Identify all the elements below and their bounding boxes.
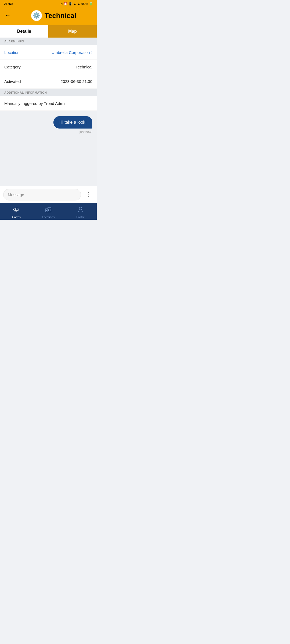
alarm-info-section-header: ALARM INFO xyxy=(0,38,97,45)
more-options-button[interactable]: ⋮ xyxy=(83,190,93,199)
location-value[interactable]: Umbrella Corporation › xyxy=(52,50,92,55)
locations-nav-icon xyxy=(45,206,52,215)
status-time: 21:40 xyxy=(4,2,13,6)
page-title: Technical xyxy=(45,12,76,20)
tab-details[interactable]: Details xyxy=(0,25,48,38)
svg-rect-7 xyxy=(50,209,50,210)
activated-row: Activated 2023-06-30 21.30 xyxy=(0,74,97,89)
back-button[interactable]: ← xyxy=(4,11,12,20)
gear-icon: ⚙️ xyxy=(33,12,40,19)
status-icons: N ⏰ 📳 ▲ ▲ 95 % 🔋 xyxy=(60,2,93,6)
svg-rect-5 xyxy=(46,210,47,211)
svg-point-1 xyxy=(13,208,16,211)
chevron-right-icon: › xyxy=(91,50,92,55)
tab-bar: Details Map xyxy=(0,25,97,38)
locations-nav-label: Locations xyxy=(42,215,55,219)
tab-map[interactable]: Map xyxy=(48,25,97,38)
chat-message-timestamp: just now xyxy=(79,130,91,134)
category-label: Category xyxy=(4,65,21,69)
svg-rect-4 xyxy=(48,208,51,212)
activated-value: 2023-06-30 21.30 xyxy=(61,79,92,84)
svg-rect-6 xyxy=(48,209,49,210)
bottom-nav: Alarms Locations Profile xyxy=(0,203,97,220)
nav-item-locations[interactable]: Locations xyxy=(32,203,64,220)
chat-area: I'll take a look! just now xyxy=(0,111,97,186)
message-input[interactable] xyxy=(3,189,81,200)
technical-icon-badge: ⚙️ xyxy=(31,10,42,21)
wifi-icon: ▲ xyxy=(73,2,76,5)
chat-message-bubble: I'll take a look! xyxy=(53,116,92,129)
battery-level: 95 % xyxy=(81,2,88,5)
category-row: Category Technical xyxy=(0,60,97,74)
header: ← ⚙️ Technical xyxy=(0,8,97,25)
signal-icon: ▲ xyxy=(77,2,80,5)
battery-icon: 🔋 xyxy=(89,2,93,6)
profile-nav-icon xyxy=(77,206,84,215)
svg-point-10 xyxy=(79,207,82,210)
svg-rect-8 xyxy=(48,210,49,211)
chat-message-text: I'll take a look! xyxy=(59,120,86,125)
nav-item-profile[interactable]: Profile xyxy=(64,203,97,220)
category-value: Technical xyxy=(75,65,92,69)
alarms-nav-label: Alarms xyxy=(12,215,21,219)
svg-rect-9 xyxy=(50,210,50,211)
location-row[interactable]: Location Umbrella Corporation › xyxy=(0,45,97,60)
status-bar: 21:40 N ⏰ 📳 ▲ ▲ 95 % 🔋 xyxy=(0,0,97,8)
nfc-icon: N xyxy=(60,2,63,5)
alarm-icon: ⏰ xyxy=(64,2,67,6)
location-label: Location xyxy=(4,50,20,55)
activated-label: Activated xyxy=(4,79,21,84)
additional-info-section-header: ADDITIONAL INFORMATION xyxy=(0,89,97,96)
profile-nav-label: Profile xyxy=(76,215,85,219)
header-title-area: ⚙️ Technical xyxy=(15,10,93,21)
nav-item-alarms[interactable]: Alarms xyxy=(0,203,32,220)
alarms-nav-icon xyxy=(13,206,20,215)
additional-info-text: Manually triggered by Trond Admin xyxy=(0,96,97,111)
svg-point-0 xyxy=(13,209,15,210)
message-input-area: ⋮ xyxy=(0,186,97,203)
vibrate-icon: 📳 xyxy=(68,2,72,6)
